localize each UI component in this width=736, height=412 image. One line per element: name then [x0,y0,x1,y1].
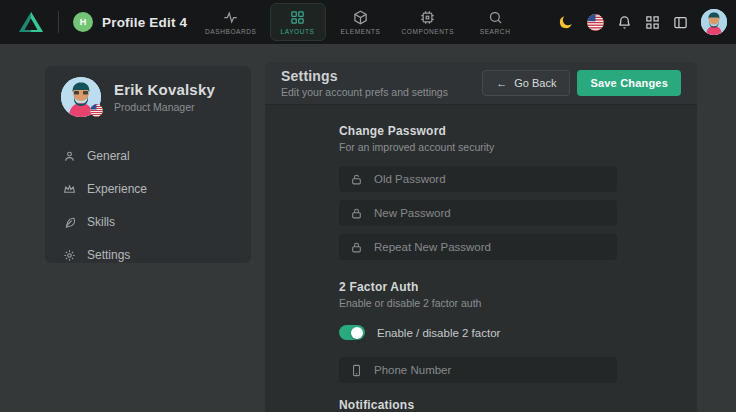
sidebar-item-experience[interactable]: Experience [61,178,235,200]
nav-label: ELEMENTS [341,28,381,35]
two-factor-toggle[interactable] [339,325,365,340]
lock-icon [350,173,363,186]
gear-icon [63,249,76,262]
phone-number-field [339,357,617,383]
sidebar-item-label: Skills [87,215,115,229]
section-subtitle: Enable or disable 2 factor auth [339,297,617,309]
user-icon [63,150,76,163]
back-arrow-icon: ← [496,77,507,89]
profile-name: Erik Kovalsky [114,81,215,98]
cpu-icon [420,10,435,25]
settings-subtitle: Edit your account prefs and settings [281,86,448,98]
new-password-input[interactable] [374,207,606,219]
save-changes-button[interactable]: Save Changes [577,70,681,96]
layout-grid-icon [290,10,305,25]
divider [58,11,59,33]
nav-label: LAYOUTS [280,28,314,35]
nav-item-components[interactable]: COMPONENTS [396,3,461,41]
nav-label: DASHBOARDS [205,28,257,35]
nav-item-dashboards[interactable]: DASHBOARDS [199,3,263,41]
feather-icon [63,216,76,229]
page-title: Profile Edit 4 [102,15,187,30]
sidebar-item-label: General [87,149,130,163]
bell-notifications-icon[interactable] [617,15,632,30]
settings-header: Settings Edit your account prefs and set… [265,62,697,105]
sidebar-item-general[interactable]: General [61,145,235,167]
old-password-field [339,166,617,192]
nav-item-elements[interactable]: ELEMENTS [333,3,389,41]
sidebar-item-label: Settings [87,248,130,262]
main-nav: DASHBOARDS LAYOUTS ELEMENTS COMPONENTS [199,0,523,44]
crown-icon [63,183,76,196]
profile-sidebar-card: Erik Kovalsky Product Manager General Ex… [45,66,251,263]
sidebar-item-skills[interactable]: Skills [61,211,235,233]
settings-title: Settings [281,68,448,84]
toggle-label: Enable / disable 2 factor [377,327,500,339]
section-subtitle: For an improved account security [339,141,617,153]
apps-grid-icon[interactable] [645,15,660,30]
old-password-input[interactable] [374,173,606,185]
section-notifications: Notifications Configure how you receive … [339,398,617,412]
activity-icon [223,10,238,25]
nav-item-search[interactable]: SEARCH [467,3,523,41]
settings-panel: Settings Edit your account prefs and set… [265,62,697,412]
lock-icon [350,207,363,220]
repeat-password-input[interactable] [374,241,606,253]
section-title: 2 Factor Auth [339,280,617,294]
new-password-field [339,200,617,226]
profile-avatar [61,77,101,117]
settings-body: Change Password For an improved account … [265,105,697,412]
profile-menu: General Experience Skills [61,145,235,266]
us-flag-badge-icon [90,104,103,117]
page-letter-badge: H [73,12,93,32]
sidebar-item-settings[interactable]: Settings [61,244,235,266]
nav-label: COMPONENTS [402,28,455,35]
panel-toggle-icon[interactable] [673,15,688,30]
page-background: Erik Kovalsky Product Manager General Ex… [0,44,736,412]
us-flag-language-icon[interactable] [587,14,604,31]
section-title: Notifications [339,398,617,412]
section-title: Change Password [339,124,617,138]
nav-label: SEARCH [480,28,511,35]
search-icon [488,10,503,25]
user-avatar[interactable] [701,9,727,35]
go-back-label: Go Back [514,77,556,89]
app-logo-icon[interactable] [18,11,44,33]
smartphone-icon [350,364,363,377]
repeat-password-field [339,234,617,260]
nav-item-layouts[interactable]: LAYOUTS [270,3,326,41]
sidebar-item-label: Experience [87,182,147,196]
phone-number-input[interactable] [374,364,606,376]
lock-icon [350,241,363,254]
section-change-password: Change Password For an improved account … [339,124,617,260]
top-navbar: H Profile Edit 4 DASHBOARDS LAYOUTS ELEM… [0,0,736,44]
go-back-button[interactable]: ← Go Back [482,70,570,96]
moon-dark-mode-icon[interactable] [558,14,574,30]
profile-role: Product Manager [114,101,215,113]
box-icon [353,10,368,25]
section-two-factor: 2 Factor Auth Enable or disable 2 factor… [339,280,617,383]
